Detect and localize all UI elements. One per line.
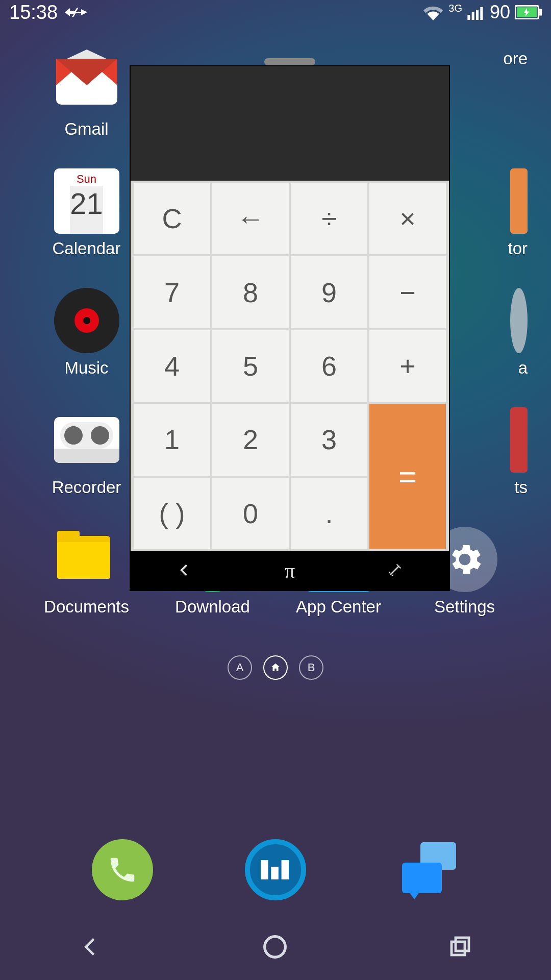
dock-messages[interactable] <box>398 839 459 900</box>
calc-key-paren[interactable]: ( ) <box>134 478 210 549</box>
svg-rect-0 <box>467 15 470 20</box>
clock: 15:38 <box>9 2 58 23</box>
recorder-icon <box>54 407 119 473</box>
app-label: Settings <box>434 597 495 617</box>
calc-key-dot[interactable]: . <box>291 478 367 549</box>
calc-key-add[interactable]: + <box>369 330 446 402</box>
page-home[interactable] <box>263 655 288 680</box>
calc-key-divide[interactable]: ÷ <box>291 183 367 254</box>
svg-point-10 <box>265 937 286 958</box>
calc-key-2[interactable]: 2 <box>212 404 289 475</box>
status-right: 3G 90 <box>423 2 542 23</box>
svg-rect-3 <box>480 7 483 20</box>
dock-browser[interactable] <box>245 839 306 900</box>
app-label: App Center <box>296 597 381 617</box>
calc-keypad: C ← ÷ × 7 8 9 − 4 5 6 + 1 2 3 = ( ) 0 . <box>131 181 449 551</box>
app-label: Calendar <box>53 239 121 258</box>
usb-icon <box>65 4 87 20</box>
app-label-partial: tor <box>508 239 528 258</box>
svg-rect-7 <box>261 860 268 879</box>
battery-icon <box>515 5 542 19</box>
partial-icon <box>510 288 528 353</box>
nav-home[interactable] <box>261 933 289 963</box>
app-label: Documents <box>44 597 129 617</box>
calc-key-equals[interactable]: = <box>369 404 446 549</box>
svg-rect-11 <box>452 942 465 955</box>
app-label: Music <box>64 358 108 378</box>
nav-bar <box>0 916 551 980</box>
calc-bottom-bar: π <box>131 551 449 590</box>
calc-key-5[interactable]: 5 <box>212 330 289 402</box>
app-label: Recorder <box>52 478 121 497</box>
signal-icon <box>467 5 485 20</box>
calendar-icon: Sun 21 <box>54 168 119 234</box>
calendar-day: 21 <box>70 186 103 234</box>
svg-rect-6 <box>539 9 542 16</box>
calc-key-0[interactable]: 0 <box>212 478 289 549</box>
calc-expand-icon[interactable] <box>387 559 403 582</box>
calc-pi-button[interactable]: π <box>285 559 295 583</box>
app-label-partial: a <box>518 358 528 378</box>
status-bar: 15:38 3G 90 <box>0 0 551 24</box>
documents-icon <box>54 527 119 592</box>
status-left: 15:38 <box>9 2 87 23</box>
svg-rect-8 <box>271 867 279 879</box>
page-b[interactable]: B <box>299 655 323 680</box>
calc-key-7[interactable]: 7 <box>134 256 210 328</box>
calc-key-4[interactable]: 4 <box>134 330 210 402</box>
gmail-icon <box>54 49 119 114</box>
calculator-window[interactable]: C ← ÷ × 7 8 9 − 4 5 6 + 1 2 3 = ( ) 0 . … <box>130 65 450 591</box>
calc-key-9[interactable]: 9 <box>291 256 367 328</box>
calc-key-6[interactable]: 6 <box>291 330 367 402</box>
app-label-partial: ts <box>514 478 528 497</box>
partial-icon <box>510 407 528 473</box>
calc-key-3[interactable]: 3 <box>291 404 367 475</box>
calc-back-icon[interactable] <box>177 559 192 582</box>
battery-pct: 90 <box>490 2 510 23</box>
dock <box>0 839 551 900</box>
svg-rect-1 <box>472 12 474 20</box>
svg-rect-9 <box>282 860 289 879</box>
calc-key-multiply[interactable]: × <box>369 183 446 254</box>
nav-recents[interactable] <box>447 935 472 961</box>
network-label: 3G <box>448 3 462 14</box>
calc-key-subtract[interactable]: − <box>369 256 446 328</box>
calc-display <box>131 66 449 181</box>
app-label-partial: ore <box>503 49 528 68</box>
wifi-icon <box>423 4 443 20</box>
calc-key-clear[interactable]: C <box>134 183 210 254</box>
calc-key-1[interactable]: 1 <box>134 404 210 475</box>
page-indicator: A B <box>0 655 551 680</box>
calc-drag-handle[interactable] <box>264 58 315 65</box>
calc-key-backspace[interactable]: ← <box>212 183 289 254</box>
page-a[interactable]: A <box>228 655 252 680</box>
app-label: Gmail <box>64 119 108 139</box>
dock-phone[interactable] <box>92 839 153 900</box>
svg-rect-12 <box>456 938 469 951</box>
nav-back[interactable] <box>79 935 103 961</box>
app-label: Download <box>175 597 250 617</box>
calc-key-8[interactable]: 8 <box>212 256 289 328</box>
music-icon <box>54 288 119 353</box>
svg-rect-2 <box>476 10 479 20</box>
calendar-dow: Sun <box>77 168 96 186</box>
partial-icon <box>510 168 528 234</box>
